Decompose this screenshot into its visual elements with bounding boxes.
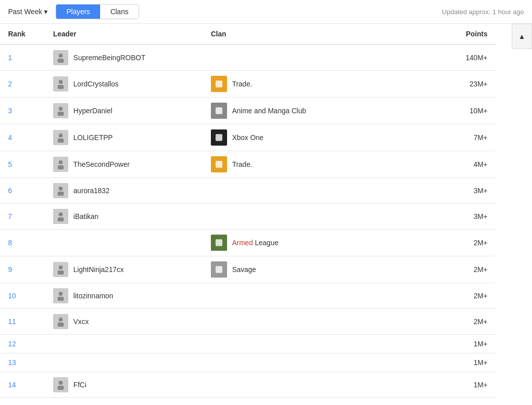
table-row[interactable]: 2LordCrystallosTrade.23M+ (0, 71, 496, 98)
clan-icon (211, 129, 227, 146)
table-row[interactable]: 6aurora18323M+ (0, 178, 496, 204)
table-row[interactable]: 14FfCi1M+ (0, 372, 496, 398)
table-row[interactable]: 7iBatikan3M+ (0, 204, 496, 230)
table-row[interactable]: 5TheSecondPowerTrade.4M+ (0, 151, 496, 178)
clan-cell: Trade. (203, 71, 428, 98)
leader-cell: Vxcx (45, 309, 203, 335)
points-cell: 1M+ (428, 353, 496, 372)
table-row[interactable]: 1SupremeBeingROBOT140M+ (0, 44, 496, 71)
clan-cell (203, 353, 428, 372)
clan-cell (203, 283, 428, 309)
leader-cell: litozinnamon (45, 283, 203, 309)
clan-name: Trade. (232, 80, 252, 88)
col-clan: Clan (203, 24, 428, 44)
clan-cell (203, 44, 428, 71)
table-row[interactable]: 8Armed League2M+ (0, 230, 496, 256)
clan-cell (203, 178, 428, 204)
leader-cell: LordCrystallos (45, 71, 203, 98)
player-name: aurora1832 (73, 187, 110, 195)
rank-cell: 10 (0, 283, 45, 309)
leader-cell: SupremeBeingROBOT (45, 44, 203, 71)
player-name: litozinnamon (73, 292, 113, 300)
rank-cell: 6 (0, 178, 45, 204)
svg-rect-27 (58, 386, 64, 390)
clan-cell: Anime and Manga Club (203, 98, 428, 124)
svg-rect-25 (58, 323, 64, 327)
svg-point-14 (59, 187, 63, 191)
table-header: Rank Leader Clan Points (0, 24, 496, 44)
tab-clans[interactable]: Clans (100, 5, 139, 19)
page-header: Past Week ▾ Players Clans Updated approx… (0, 0, 532, 24)
points-cell: 1M+ (428, 372, 496, 398)
rank-cell: 5 (0, 151, 45, 178)
player-name: TheSecondPower (73, 160, 129, 168)
rank-cell: 1 (0, 44, 45, 71)
table-row[interactable]: 121M+ (0, 335, 496, 353)
leader-cell (45, 335, 203, 353)
rank-cell: 2 (0, 71, 45, 98)
clan-icon (211, 261, 227, 278)
svg-point-22 (59, 292, 63, 296)
leader-cell: HyperDaniel (45, 98, 203, 124)
clan-cell: Xbox One (203, 124, 428, 151)
rank-cell: 11 (0, 309, 45, 335)
avatar (53, 262, 68, 277)
rank-cell: 13 (0, 353, 45, 372)
clan-cell (203, 372, 428, 398)
player-name: HyperDaniel (73, 107, 112, 115)
header-left: Past Week ▾ Players Clans (8, 4, 139, 19)
table-row[interactable]: 3HyperDanielAnime and Manga Club10M+ (0, 98, 496, 124)
table-row[interactable]: 10litozinnamon2M+ (0, 283, 496, 309)
filter-label: Past Week (8, 8, 42, 16)
table-body: 1SupremeBeingROBOT140M+2LordCrystallosTr… (0, 44, 496, 398)
col-leader: Leader (45, 24, 203, 44)
svg-point-0 (59, 54, 63, 58)
svg-point-26 (59, 381, 63, 385)
clan-name: Trade. (232, 160, 252, 168)
tab-group: Players Clans (56, 4, 139, 19)
player-name: LOLIGETPP (73, 133, 113, 142)
svg-point-11 (59, 160, 63, 164)
player-name: Vxcx (73, 318, 88, 326)
leader-cell: TheSecondPower (45, 151, 203, 178)
table-row[interactable]: 11Vxcx2M+ (0, 309, 496, 335)
avatar (53, 314, 68, 329)
svg-rect-1 (58, 59, 64, 63)
points-cell: 2M+ (428, 230, 496, 256)
svg-rect-12 (58, 165, 64, 169)
filter-dropdown[interactable]: Past Week ▾ (8, 8, 48, 16)
rank-cell: 3 (0, 98, 45, 124)
leader-cell: LightNinja217cx (45, 256, 203, 283)
points-cell: 23M+ (428, 71, 496, 98)
avatar (53, 183, 68, 198)
clan-icon (211, 103, 227, 119)
svg-rect-13 (215, 161, 222, 167)
avatar (53, 377, 68, 392)
points-cell: 3M+ (428, 204, 496, 230)
scroll-up-button[interactable]: ▲ (512, 24, 532, 49)
svg-rect-18 (215, 239, 222, 246)
rank-cell: 7 (0, 204, 45, 230)
rank-cell: 8 (0, 230, 45, 256)
points-cell: 140M+ (428, 44, 496, 71)
clan-cell: Savage (203, 256, 428, 283)
avatar (53, 157, 68, 172)
leader-cell: LOLIGETPP (45, 124, 203, 151)
player-name: SupremeBeingROBOT (73, 54, 145, 62)
clan-icon (211, 156, 227, 172)
svg-rect-15 (58, 192, 64, 196)
table-row[interactable]: 4LOLIGETPPXbox One7M+ (0, 124, 496, 151)
rank-cell: 12 (0, 335, 45, 353)
player-name: LightNinja217cx (73, 265, 124, 274)
tab-players[interactable]: Players (56, 5, 100, 19)
table-row[interactable]: 9LightNinja217cxSavage2M+ (0, 256, 496, 283)
rank-cell: 9 (0, 256, 45, 283)
rank-cell: 4 (0, 124, 45, 151)
clan-name: Armed League (232, 239, 279, 247)
leader-cell (45, 353, 203, 372)
svg-rect-3 (58, 85, 64, 89)
points-cell: 7M+ (428, 124, 496, 151)
points-cell: 1M+ (428, 335, 496, 353)
table-row[interactable]: 131M+ (0, 353, 496, 372)
svg-rect-7 (215, 107, 222, 114)
